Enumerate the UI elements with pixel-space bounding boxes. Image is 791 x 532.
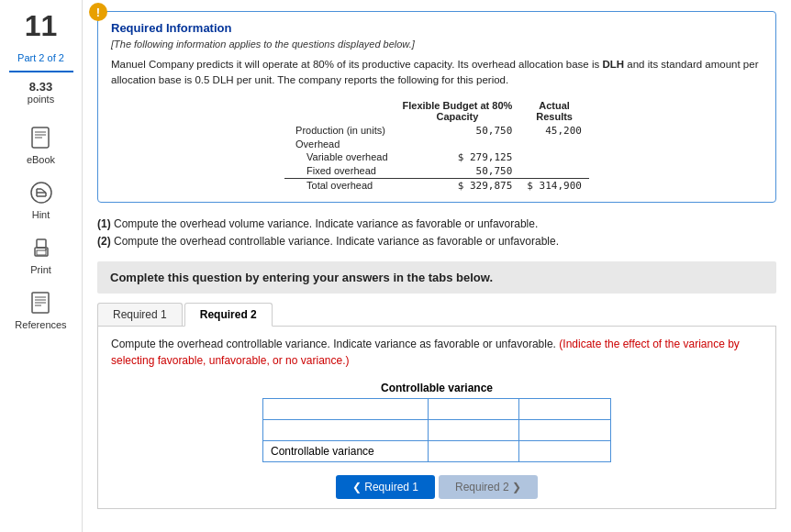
nav-buttons: ❮ Required 1 Required 2 ❯ <box>111 475 763 499</box>
controllable-value-cell <box>428 440 519 461</box>
row-label: Overhead <box>284 138 395 150</box>
controllable-label-cell: Controllable variance <box>263 440 429 461</box>
points-label: points <box>28 94 54 105</box>
row-flexible: 50,750 <box>396 124 520 138</box>
table-row <box>263 419 611 440</box>
table-row: Variable overhead $ 279,125 <box>284 150 589 164</box>
row-label: Variable overhead <box>284 150 395 164</box>
tab-required2[interactable]: Required 2 <box>184 303 273 327</box>
q1-text: Compute the overhead volume variance. In… <box>114 217 538 230</box>
part-label: Part 2 of 2 <box>17 52 64 63</box>
info-subtitle: [The following information applies to th… <box>111 39 763 50</box>
print-label: Print <box>30 264 51 275</box>
complete-instruction: Complete this question by entering your … <box>97 261 776 294</box>
main-content: ! Required Information [The following in… <box>83 0 791 532</box>
sidebar: 11 Part 2 of 2 8.33 points eBook <box>0 0 83 532</box>
variance-table: Controllable variance <box>262 378 611 462</box>
row-actual: $ 314,900 <box>519 178 589 193</box>
table-row: Total overhead $ 329,875 $ 314,900 <box>284 178 589 193</box>
row-label-input[interactable] <box>271 424 420 437</box>
print-icon <box>27 233 56 262</box>
row-select-input[interactable] <box>527 424 603 437</box>
row-value-cell <box>428 419 519 440</box>
controllable-select-cell <box>519 440 611 461</box>
q2-label: (2) <box>97 235 111 248</box>
references-label: References <box>15 319 66 330</box>
tab-instruction-text: Compute the overhead controllable varian… <box>111 338 559 350</box>
controllable-label: Controllable variance <box>271 445 374 458</box>
row-select-cell <box>519 419 611 440</box>
q1-label: (1) <box>97 217 111 230</box>
tab-content: Compute the overhead controllable varian… <box>97 327 776 509</box>
question-2: (2) Compute the overhead controllable va… <box>97 233 776 250</box>
tabs: Required 1 Required 2 <box>97 303 776 327</box>
question-number: 11 <box>25 9 58 43</box>
row-actual <box>519 150 589 164</box>
data-table: Flexible Budget at 80%Capacity ActualRes… <box>284 98 589 193</box>
ebook-icon <box>27 123 56 152</box>
col-flexible-header: Flexible Budget at 80%Capacity <box>396 98 520 124</box>
tab-instruction: Compute the overhead controllable varian… <box>111 336 763 369</box>
row-select-input[interactable] <box>527 403 603 416</box>
prev-required1-button[interactable]: ❮ Required 1 <box>336 475 435 499</box>
table-row: Overhead <box>284 138 589 150</box>
controllable-value-input[interactable] <box>436 445 512 458</box>
ebook-label: eBook <box>27 154 55 165</box>
row-value-input[interactable] <box>436 403 512 416</box>
references-icon <box>26 288 55 317</box>
prev-arrow-icon: ❮ <box>352 481 362 493</box>
table-row <box>263 398 611 419</box>
row-actual <box>519 138 589 150</box>
references-button[interactable]: References <box>15 288 66 330</box>
next-required2-button[interactable]: Required 2 ❯ <box>439 475 538 499</box>
info-title: Required Information <box>111 21 763 35</box>
prev-button-label: Required 1 <box>364 481 418 493</box>
svg-point-14 <box>45 249 47 250</box>
row-flexible: $ 329,875 <box>396 178 520 193</box>
table-row: Fixed overhead 50,750 <box>284 164 589 179</box>
hint-button[interactable]: Hint <box>27 178 56 220</box>
row-actual <box>519 164 589 179</box>
variance-table-header: Controllable variance <box>263 378 611 399</box>
row-label-cell <box>263 398 429 419</box>
complete-instruction-text: Complete this question by entering your … <box>110 271 493 284</box>
row-label: Fixed overhead <box>284 164 395 179</box>
print-button[interactable]: Print <box>27 233 56 275</box>
hint-icon <box>27 178 56 207</box>
divider <box>9 71 73 72</box>
hint-label: Hint <box>32 209 50 220</box>
points-value: 8.33 <box>29 80 52 94</box>
question-1: (1) Compute the overhead volume variance… <box>97 216 776 233</box>
q2-text: Compute the overhead controllable varian… <box>114 235 559 248</box>
row-value-cell <box>428 398 519 419</box>
row-flexible: 50,750 <box>396 164 520 179</box>
row-flexible: $ 279,125 <box>396 150 520 164</box>
table-row: Controllable variance <box>263 440 611 461</box>
info-icon: ! <box>89 3 107 21</box>
info-box: ! Required Information [The following in… <box>97 11 776 203</box>
row-flexible <box>396 138 520 150</box>
svg-rect-12 <box>37 239 46 248</box>
row-select-cell <box>519 398 611 419</box>
info-body: Manuel Company predicts it will operate … <box>111 57 763 89</box>
col-actual-header: ActualResults <box>519 98 589 124</box>
controllable-select-input[interactable] <box>527 445 603 458</box>
col-label-header <box>284 98 395 124</box>
svg-rect-13 <box>37 250 46 255</box>
table-row: Production (in units) 50,750 45,200 <box>284 124 589 138</box>
row-actual: 45,200 <box>519 124 589 138</box>
tab-required1[interactable]: Required 1 <box>97 303 183 326</box>
row-value-input[interactable] <box>436 424 512 437</box>
row-label: Total overhead <box>284 178 395 193</box>
next-button-label: Required 2 <box>455 481 509 493</box>
row-label: Production (in units) <box>284 124 395 138</box>
row-label-cell <box>263 419 429 440</box>
next-arrow-icon: ❯ <box>512 481 521 493</box>
ebook-button[interactable]: eBook <box>27 123 56 165</box>
row-label-input[interactable] <box>271 403 420 416</box>
questions: (1) Compute the overhead volume variance… <box>97 216 776 250</box>
